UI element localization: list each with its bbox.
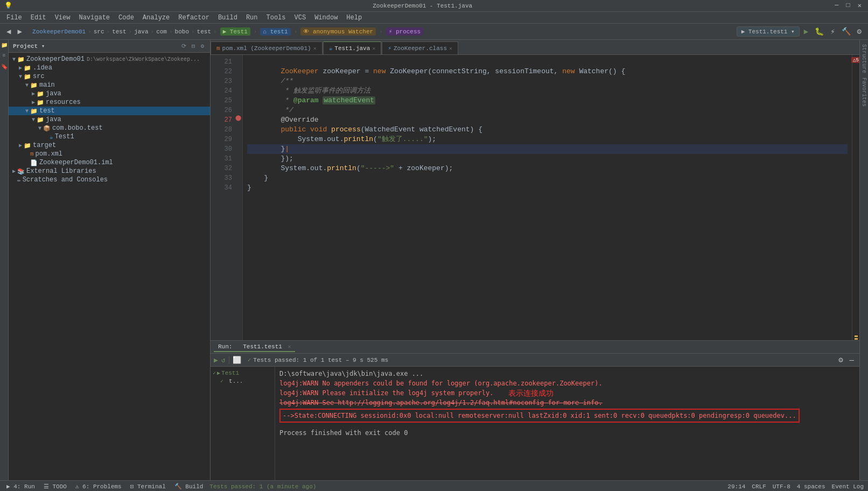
menu-refactor[interactable]: Refactor [174,13,214,23]
run-play-icon[interactable]: ▶ [214,356,218,364]
tree-root[interactable]: ▼ 📁 ZookeeperDemo01 D:\workspace\ZkWorkS… [9,55,210,64]
tree-arrow-java-main: ▶ [30,90,37,97]
run-tab-close[interactable]: ✕ [288,344,291,350]
code-content[interactable]: ZooKeeper zooKeeper = new ZooKeeper(conn… [243,55,852,340]
tree-idea[interactable]: ▶ 📁 .idea [9,64,210,72]
project-panel: Project ▾ ⟳ ⊟ ⚙ ▼ 📁 ZookeeperDemo01 D:\w… [9,40,211,480]
build-status-btn[interactable]: 🔨 Build [172,482,206,490]
tree-arrow-package: ▼ [37,125,43,131]
tree-resources[interactable]: ▶ 📁 resources [9,98,210,107]
bottom-minimize-btn[interactable]: — [848,355,856,366]
menu-edit[interactable]: Edit [26,13,51,23]
pom-tab-close[interactable]: ✕ [313,45,317,52]
nav-test2[interactable]: test [197,29,211,35]
folder-icon-target: 📁 [24,142,31,149]
code-editor[interactable]: 21 22 23 24 25 26 27 28 29 30 31 32 33 3… [211,55,859,340]
structure-icon[interactable]: ≡ [1,53,8,60]
menu-analyze[interactable]: Analyze [138,13,174,23]
menu-vcs[interactable]: VCS [290,13,311,23]
bookmark-icon[interactable]: 🔖 [1,64,8,71]
run-status-btn[interactable]: ▶ 4: Run [4,482,37,490]
menu-view[interactable]: View [51,13,75,23]
menu-code[interactable]: Code [114,13,138,23]
editor-area: m pom.xml (ZookeeperDemo01) ✕ ☕ Test1.ja… [211,40,859,480]
nav-project[interactable]: ZookeeperDemo01 [32,29,86,35]
problems-status-btn[interactable]: ⚠ 6: Problems [73,482,124,490]
window-controls[interactable]: — □ ✕ [832,2,864,10]
tree-pom[interactable]: ▶ m pom.xml [9,150,210,158]
back-btn[interactable]: ◀ [4,26,13,37]
event-log-btn[interactable]: Event Log [832,483,864,490]
tab-zookeeper[interactable]: ⚡ ZooKeeper.class ✕ [382,41,458,54]
run-btn[interactable]: ▶ [802,26,810,37]
editor-gutter: ⬤ [234,55,243,340]
tab-test1[interactable]: ☕ Test1.java ✕ [323,41,382,54]
sync-btn[interactable]: ⟳ [180,42,188,50]
tree-package[interactable]: ▼ 📦 com.bobo.test [9,124,210,132]
tree-external-libs[interactable]: ▶ 📚 External Libraries [9,167,210,176]
nav-com[interactable]: com [156,29,167,35]
tree-test[interactable]: ▼ 📁 test [9,107,210,115]
settings-btn[interactable]: ⚙ [855,26,864,37]
nav-tag-test1[interactable]: ▶ Test1 [220,27,250,36]
nav-tag-process[interactable]: ⚡ process [386,27,423,36]
tree-scratches[interactable]: ▶ ✏ Scratches and Consoles [9,176,210,184]
tree-java-main[interactable]: ▶ 📁 java [9,89,210,98]
xml-icon-pom: m [30,151,34,157]
todo-status-btn[interactable]: ☰ TODO [41,482,69,490]
close-btn[interactable]: ✕ [856,2,864,10]
menu-run[interactable]: Run [242,13,262,23]
line-ending[interactable]: CRLF [752,483,766,490]
run-tab[interactable]: Run: Test1.test1 ✕ [214,342,295,352]
project-icon[interactable]: 📁 [1,42,8,50]
menu-navigate[interactable]: Navigate [74,13,114,23]
debug-btn[interactable]: 🐛 [813,26,826,37]
encoding[interactable]: UTF-8 [773,483,790,490]
gear-btn[interactable]: ⚙ [199,42,206,50]
nav-test[interactable]: test [112,29,126,35]
tree-target[interactable]: ▶ 📁 target [9,141,210,150]
tree-label-java-test: java [46,116,61,123]
tree-test1[interactable]: ▶ ☕ Test1 [9,132,210,141]
tree-src[interactable]: ▼ 📁 src [9,72,210,81]
maximize-btn[interactable]: □ [844,2,852,10]
test-check-icon: ✓ [248,356,251,363]
line-numbers: 21 22 23 24 25 26 27 28 29 30 31 32 33 3… [211,55,234,340]
forward-btn[interactable]: ▶ [15,26,24,37]
zookeeper-tab-close[interactable]: ✕ [449,45,452,52]
tab-pom[interactable]: m pom.xml (ZookeeperDemo01) ✕ [211,41,323,54]
build-btn-toolbar[interactable]: 🔨 [839,26,853,37]
run-stop-icon[interactable]: ⬜ [233,356,241,364]
bottom-toolbar: ▶ ↺ ⬜ ✓ Tests passed: 1 of 1 test – 9 s … [211,354,859,367]
console-state-line: -->State:CONNECTING sessionid:0x0 local:… [283,412,796,419]
nav-src[interactable]: src [94,29,104,35]
tree-iml[interactable]: ▶ 📄 ZookeeperDemo01.iml [9,158,210,167]
menu-build[interactable]: Build [214,13,242,23]
test1-tab-close[interactable]: ✕ [372,45,375,52]
bottom-gear-btn[interactable]: ⚙ [836,354,845,366]
terminal-status-btn[interactable]: ⊡ Terminal [128,482,168,490]
coverage-btn[interactable]: ⚡ [828,26,837,37]
tree-arrow-libs: ▶ [11,168,17,174]
menu-tools[interactable]: Tools [262,13,290,23]
pom-tab-label: pom.xml (ZookeeperDemo01) [222,45,311,52]
run-rerun-icon[interactable]: ↺ [221,356,226,364]
nav-tag-test1-method[interactable]: ⌂ test1 [260,28,290,36]
run-config-selector[interactable]: ▶ Test1.test1 ▾ [737,26,800,37]
tree-main[interactable]: ▼ 📁 main [9,81,210,89]
menu-help[interactable]: Help [342,13,366,23]
nav-tag-anonymous[interactable]: 👁 anonymous Watcher [300,27,376,36]
tree-label-libs: External Libraries [26,167,96,175]
tree-label-target: target [33,142,56,149]
menu-file[interactable]: File [2,13,26,23]
minimize-btn[interactable]: — [832,2,841,10]
tree-java-test[interactable]: ▼ 📁 java [9,115,210,124]
nav-bobo[interactable]: bobo [175,29,189,35]
structure-right-icon[interactable]: Structure [860,42,868,75]
indent-status[interactable]: 4 spaces [797,483,825,490]
tree-label-iml: ZookeeperDemo01.iml [39,159,113,166]
collapse-all-btn[interactable]: ⊟ [190,42,197,50]
favorites-right-icon[interactable]: Favorites [860,75,868,109]
menu-window[interactable]: Window [310,13,342,23]
nav-java[interactable]: java [134,29,148,35]
